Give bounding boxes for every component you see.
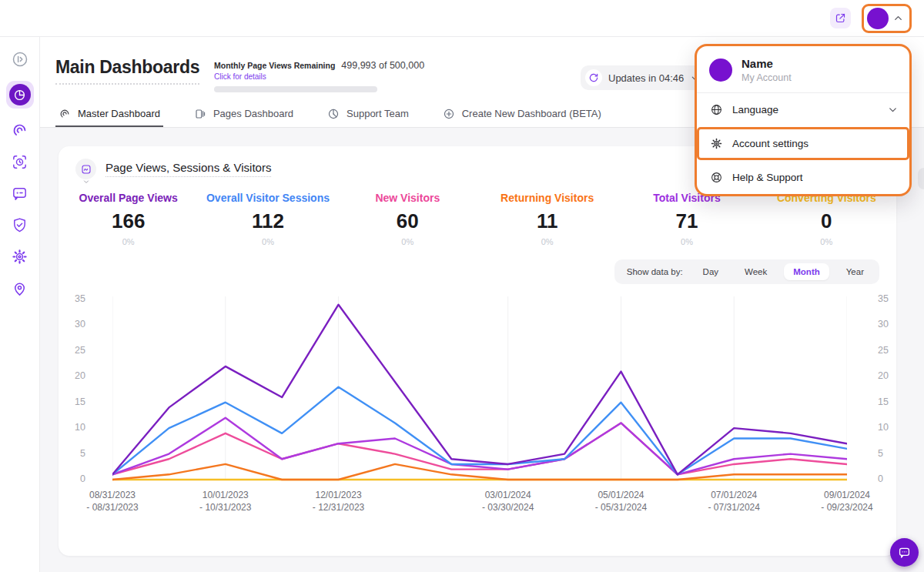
y-axis-label: 35 (878, 293, 909, 304)
y-axis-label: 0 (59, 473, 85, 484)
y-axis-left: 35302520151050 (59, 296, 85, 486)
snapshot-clock-icon (11, 153, 28, 171)
y-axis-label: 25 (59, 345, 85, 356)
y-axis-label: 15 (878, 396, 909, 407)
tab-pages-dashboard[interactable]: Pages Dashboard (191, 102, 296, 127)
quota-value: 499,993 of 500,000 (341, 60, 424, 71)
account-subtitle: My Account (742, 72, 792, 83)
sidebar-item-conversations[interactable] (10, 183, 30, 203)
refresh-icon (585, 69, 602, 86)
granularity-option-month[interactable]: Month (784, 263, 829, 280)
account-menu-profile[interactable]: Name My Account (697, 46, 909, 92)
sidebar-nav (0, 37, 40, 572)
account-menu-trigger[interactable] (862, 4, 912, 33)
y-axis-label: 30 (878, 319, 909, 329)
chat-bubble-icon (897, 545, 912, 560)
lifebuoy-icon (710, 171, 723, 184)
account-menu: Name My Account Language Account setting… (695, 44, 912, 196)
sidebar-item-settings[interactable] (10, 246, 30, 266)
pie-tab-icon (327, 108, 340, 120)
y-axis-label: 10 (59, 422, 85, 433)
pages-tab-icon (194, 108, 206, 120)
chevron-down-icon (887, 104, 899, 115)
x-axis-label: 05/01/2024- 05/31/2024 (595, 489, 647, 513)
metric-converting-visitors[interactable]: Converting Visitors 0 0% (757, 192, 896, 246)
gear-icon (710, 137, 723, 150)
tab-support-team[interactable]: Support Team (324, 102, 412, 127)
sidebar-item-locations[interactable] (10, 278, 30, 298)
metric-total-visitors[interactable]: Total Visitors 71 0% (617, 192, 756, 246)
menu-item-help-support[interactable]: Help & Support (697, 161, 909, 194)
menu-item-label: Account settings (732, 138, 808, 149)
x-axis-label: 12/01/2023- 12/31/2023 (313, 489, 364, 513)
x-axis-label: 10/01/2023- 10/31/2023 (199, 489, 251, 513)
granularity-option-year[interactable]: Year (837, 263, 873, 280)
quota-progress-bar (214, 86, 377, 92)
metric-overall-page-views[interactable]: Overall Page Views 166 0% (59, 192, 198, 246)
sidebar-item-gauge[interactable] (10, 120, 30, 140)
gauge-tab-icon (59, 108, 71, 120)
chat-bubble-icon (11, 185, 28, 202)
chevron-down-icon (82, 178, 90, 186)
widget-title: Page Views, Sessions & Visitors (105, 161, 271, 177)
plus-circle-icon (443, 108, 455, 120)
y-axis-label: 15 (59, 396, 85, 407)
metric-returning-visitors[interactable]: Returning Visitors 11 0% (477, 192, 617, 246)
metrics-row: Overall Page Views 166 0% Overall Visito… (59, 192, 896, 246)
metric-new-visitors[interactable]: New Visitors 60 0% (338, 192, 477, 246)
tab-label: Pages Dashboard (213, 108, 293, 119)
quota-label: Monthly Page Views Remaining (214, 61, 335, 70)
edge-cutoff-widget[interactable] (918, 168, 924, 189)
menu-item-label: Help & Support (732, 172, 803, 183)
y-axis-label: 35 (59, 293, 85, 304)
dashboards-pie-icon (9, 84, 31, 105)
menu-item-account-settings[interactable]: Account settings (697, 127, 909, 160)
chat-fab-button[interactable] (890, 538, 919, 567)
chart-series-overall-page-views (112, 305, 847, 475)
show-data-by-label: Show data by: (627, 267, 683, 276)
x-axis-label: 09/01/2024- 09/23/2024 (821, 489, 872, 513)
metric-overall-visitor-sessions[interactable]: Overall Visitor Sessions 112 0% (198, 192, 337, 246)
sidebar-item-dashboards[interactable] (6, 81, 34, 109)
menu-item-language[interactable]: Language (697, 93, 909, 126)
sidebar-item-collapse[interactable] (10, 49, 30, 69)
tab-label: Master Dashboard (78, 108, 160, 119)
y-axis-label: 0 (878, 473, 909, 484)
y-axis-label: 10 (878, 422, 909, 433)
line-chart: 35302520151050 35302520151050 08/31/2023… (59, 296, 896, 527)
tab-create-new-dashboard[interactable]: Create New Dashboard (BETA) (440, 102, 604, 127)
y-axis-label: 20 (59, 370, 85, 381)
granularity-option-week[interactable]: Week (735, 263, 776, 280)
y-axis-label: 20 (878, 370, 909, 381)
x-axis-labels: 08/31/2023- 08/31/202310/01/2023- 10/31/… (112, 489, 847, 520)
top-bar (0, 0, 924, 37)
tab-label: Create New Dashboard (BETA) (462, 108, 601, 119)
globe-icon (710, 103, 723, 116)
x-axis-label: 03/01/2024- 03/30/2024 (482, 489, 534, 513)
gear-icon (11, 248, 28, 266)
collapse-panel-icon (11, 50, 29, 69)
gauge-icon (11, 122, 28, 139)
sidebar-item-snapshots[interactable] (10, 152, 30, 172)
x-axis-label: 08/31/2023- 08/31/2023 (86, 489, 138, 513)
open-in-new-window-button[interactable] (830, 8, 851, 28)
external-link-icon (835, 12, 846, 24)
y-axis-right: 35302520151050 (878, 296, 909, 486)
sidebar-item-security[interactable] (10, 215, 30, 235)
y-axis-label: 30 (59, 319, 85, 329)
chevron-up-icon (892, 12, 904, 24)
menu-item-label: Language (732, 104, 778, 115)
chart-plot (112, 296, 847, 486)
granularity-option-day[interactable]: Day (694, 263, 728, 280)
updates-label: Updates in 04:46 (608, 72, 684, 84)
quota-details-link[interactable]: Click for details (214, 72, 377, 81)
widget-chart-icon (75, 159, 96, 179)
y-axis-label: 5 (878, 448, 909, 459)
chart-series-total-visitors (112, 418, 847, 475)
updates-countdown-button[interactable]: Updates in 04:46 (581, 65, 709, 90)
y-axis-label: 25 (878, 345, 909, 356)
tab-master-dashboard[interactable]: Master Dashboard (55, 102, 163, 127)
page-views-card: Page Views, Sessions & Visitors Overall … (59, 146, 896, 556)
avatar (709, 59, 732, 82)
show-data-by-control: Show data by: Day Week Month Year (614, 259, 879, 284)
